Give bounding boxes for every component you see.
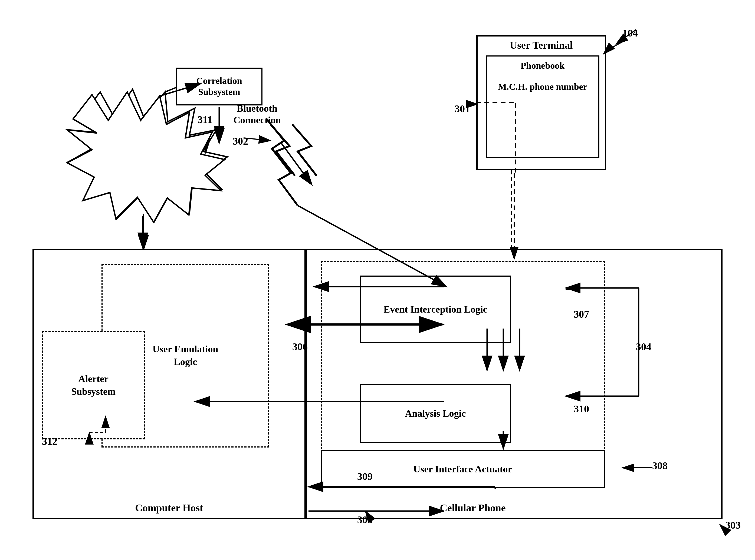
user-interface-actuator-label: User Interface Actuator [413,463,512,475]
mch-label: M.C.H. phone number [492,81,593,93]
alerter-subsystem-label: Alerter Subsystem [68,373,118,398]
computer-host-label: Computer Host [135,502,203,514]
user-terminal-box: User Terminal Phonebook M.C.H. phone num… [476,35,606,171]
svg-line-4 [282,143,311,184]
ref-309: 309 [357,471,373,482]
wired-network-label: Wired Interconnection Network [86,133,200,155]
ref-303: 303 [725,519,741,531]
correlation-subsystem-box: Correlation Subsystem [176,67,263,105]
user-terminal-label: User Terminal [510,39,573,51]
svg-marker-25 [67,92,225,222]
ref-304: 304 [636,341,651,353]
ref-302: 302 [233,135,248,147]
svg-line-55 [720,525,725,530]
user-emulation-logic-label: User Emulation Logic [144,343,227,368]
ref-311: 311 [197,114,212,125]
phonebook-box: Phonebook M.C.H. phone number [486,56,599,158]
cellular-phone-label: Cellular Phone [440,502,505,514]
analysis-logic-label: Analysis Logic [405,407,466,420]
analysis-logic-box: Analysis Logic [360,384,511,443]
alerter-subsystem-box: Alerter Subsystem [42,331,145,439]
user-interface-actuator-box: User Interface Actuator [321,450,605,488]
ref-306: 306 [292,341,308,353]
ref-305: 305 [357,514,373,526]
event-interception-logic-label: Event Interception Logic [384,303,487,316]
ref-307: 307 [574,308,589,320]
computer-host-box: Computer Host User Emulation Logic Alert… [33,249,306,519]
ref-312: 312 [42,435,57,447]
svg-marker-0 [67,89,227,222]
correlation-subsystem-label: Correlation Subsystem [177,76,262,98]
ref-301: 301 [454,103,470,115]
bluetooth-label: Bluetooth Connection [222,103,292,126]
event-interception-logic-box: Event Interception Logic [360,276,511,343]
phonebook-label: Phonebook [521,61,565,71]
ref-308: 308 [652,460,667,472]
ref-104: 104 [622,27,638,39]
ref-310: 310 [574,403,589,415]
